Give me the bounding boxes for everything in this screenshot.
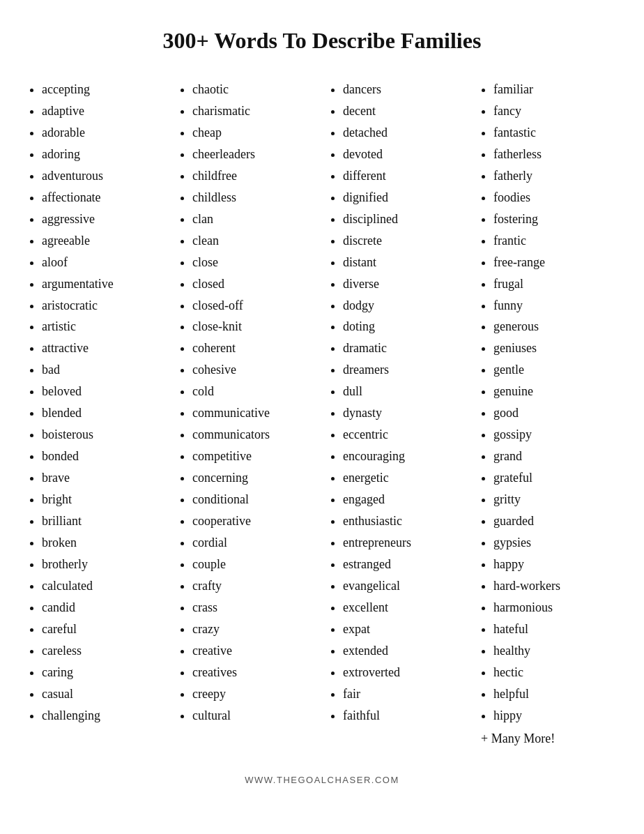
list-item: foodies xyxy=(493,187,616,208)
list-item: excellent xyxy=(343,597,466,619)
list-item: brotherly xyxy=(42,554,164,575)
list-item: creepy xyxy=(192,683,315,705)
list-item: fantastic xyxy=(493,122,616,144)
list-item: bonded xyxy=(42,446,164,467)
list-item: clean xyxy=(192,230,315,252)
list-item: chaotic xyxy=(192,79,315,100)
list-item: gossipy xyxy=(493,424,616,446)
list-item: bad xyxy=(42,359,164,381)
list-item: adorable xyxy=(42,122,164,144)
list-item: calculated xyxy=(42,575,164,597)
list-item: concerning xyxy=(192,467,315,489)
list-item: childfree xyxy=(192,165,315,187)
list-item: aggressive xyxy=(42,208,164,230)
list-item: beloved xyxy=(42,381,164,402)
list-item: communicative xyxy=(192,402,315,424)
list-item: gentle xyxy=(493,359,616,381)
list-item: familiar xyxy=(493,79,616,100)
list-item: decent xyxy=(343,100,466,122)
list-item: communicators xyxy=(192,424,315,446)
list-item: diverse xyxy=(343,273,466,295)
word-column-3: dancersdecentdetacheddevoteddifferentdig… xyxy=(322,79,473,750)
word-columns: acceptingadaptiveadorableadoringadventur… xyxy=(21,79,623,750)
list-item: aloof xyxy=(42,252,164,273)
list-item: hateful xyxy=(493,619,616,640)
list-item: fostering xyxy=(493,208,616,230)
list-item: adaptive xyxy=(42,100,164,122)
list-item: fancy xyxy=(493,100,616,122)
list-item: careless xyxy=(42,640,164,662)
list-item: generous xyxy=(493,316,616,338)
list-item: creatives xyxy=(192,662,315,683)
list-item: challenging xyxy=(42,705,164,727)
list-item: dreamers xyxy=(343,359,466,381)
list-item: brilliant xyxy=(42,510,164,532)
list-item: expat xyxy=(343,619,466,640)
list-item: close-knit xyxy=(192,316,315,338)
list-item: cultural xyxy=(192,705,315,727)
list-item: free-range xyxy=(493,252,616,273)
list-item: bright xyxy=(42,489,164,510)
footer-url: WWW.THEGOALCHASER.COM xyxy=(245,775,399,785)
page-title: 300+ Words To Describe Families xyxy=(163,28,482,54)
list-item: helpful xyxy=(493,683,616,705)
many-more-label: + Many More! xyxy=(480,728,616,750)
list-item: dodgy xyxy=(343,295,466,317)
list-item: healthy xyxy=(493,640,616,662)
list-item: happy xyxy=(493,554,616,575)
list-item: couple xyxy=(192,554,315,575)
list-item: broken xyxy=(42,532,164,554)
list-item: cohesive xyxy=(192,359,315,381)
list-item: hectic xyxy=(493,662,616,683)
list-item: enthusiastic xyxy=(343,510,466,532)
list-item: guarded xyxy=(493,510,616,532)
list-item: good xyxy=(493,402,616,424)
list-item: doting xyxy=(343,316,466,338)
list-item: conditional xyxy=(192,489,315,510)
word-list-2: chaoticcharismaticcheapcheerleaderschild… xyxy=(178,79,315,727)
list-item: aristocratic xyxy=(42,295,164,317)
list-item: dull xyxy=(343,381,466,402)
list-item: grand xyxy=(493,446,616,467)
list-item: funny xyxy=(493,295,616,317)
list-item: crafty xyxy=(192,575,315,597)
list-item: brave xyxy=(42,467,164,489)
list-item: creative xyxy=(192,640,315,662)
list-item: fatherless xyxy=(493,144,616,165)
list-item: disciplined xyxy=(343,208,466,230)
list-item: cordial xyxy=(192,532,315,554)
list-item: cheap xyxy=(192,122,315,144)
list-item: encouraging xyxy=(343,446,466,467)
list-item: evangelical xyxy=(343,575,466,597)
list-item: extended xyxy=(343,640,466,662)
list-item: hard-workers xyxy=(493,575,616,597)
list-item: cooperative xyxy=(192,510,315,532)
list-item: adoring xyxy=(42,144,164,165)
list-item: clan xyxy=(192,208,315,230)
list-item: distant xyxy=(343,252,466,273)
list-item: dynasty xyxy=(343,402,466,424)
list-item: casual xyxy=(42,683,164,705)
list-item: estranged xyxy=(343,554,466,575)
list-item: fair xyxy=(343,683,466,705)
list-item: geniuses xyxy=(493,338,616,359)
list-item: detached xyxy=(343,122,466,144)
list-item: charismatic xyxy=(192,100,315,122)
list-item: faithful xyxy=(343,705,466,727)
word-list-1: acceptingadaptiveadorableadoringadventur… xyxy=(28,79,164,727)
list-item: hippy xyxy=(493,705,616,727)
list-item: gypsies xyxy=(493,532,616,554)
list-item: competitive xyxy=(192,446,315,467)
list-item: genuine xyxy=(493,381,616,402)
list-item: discrete xyxy=(343,230,466,252)
list-item: energetic xyxy=(343,467,466,489)
word-list-4: familiarfancyfantasticfatherlessfatherly… xyxy=(480,79,616,727)
list-item: affectionate xyxy=(42,187,164,208)
list-item: gritty xyxy=(493,489,616,510)
list-item: extroverted xyxy=(343,662,466,683)
list-item: frantic xyxy=(493,230,616,252)
list-item: engaged xyxy=(343,489,466,510)
list-item: closed xyxy=(192,273,315,295)
list-item: crazy xyxy=(192,619,315,640)
list-item: boisterous xyxy=(42,424,164,446)
